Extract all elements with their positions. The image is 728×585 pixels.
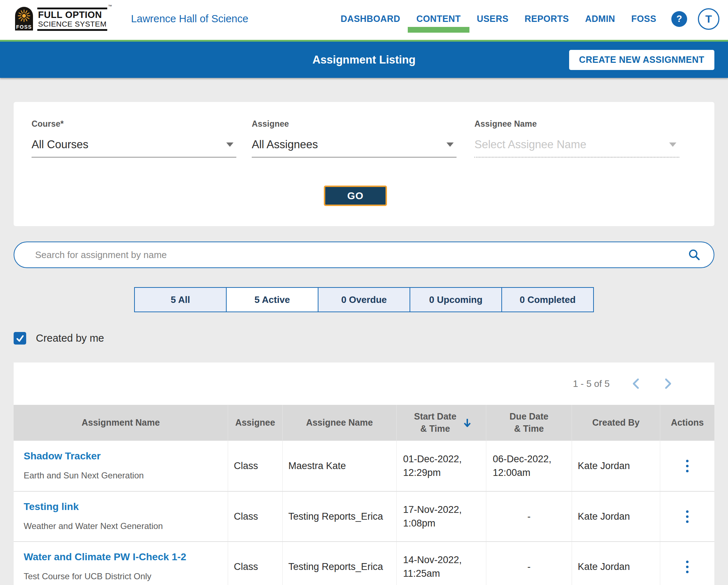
create-new-assignment-button[interactable]: CREATE NEW ASSIGNMENT (569, 50, 714, 70)
chevron-down-icon (669, 142, 676, 147)
assignment-course: Weather and Water Next Generation (24, 519, 163, 533)
course-label: Course* (32, 119, 236, 129)
trademark-symbol: ™ (108, 4, 112, 8)
go-button[interactable]: GO (324, 186, 387, 206)
cell-created-by: Kate Jordan (572, 542, 660, 585)
chevron-down-icon (226, 142, 233, 147)
nav-item-users[interactable]: USERS (477, 14, 509, 24)
column-assignee[interactable]: Assignee (228, 405, 282, 441)
course-filter: Course* All Courses (32, 119, 236, 158)
status-tab-completed[interactable]: 0 Completed (501, 287, 594, 312)
logo-line2: SCIENCE SYSTEM (38, 20, 107, 28)
nav-item-admin[interactable]: ADMIN (585, 14, 615, 24)
table-row: Water and Climate PW I-Check 1-2 Test Co… (14, 541, 714, 585)
assignee-name-placeholder: Select Assignee Name (474, 138, 586, 151)
course-select[interactable]: All Courses (32, 138, 236, 158)
column-created-by[interactable]: Created By (572, 405, 660, 441)
green-divider (0, 40, 728, 42)
cell-created-by: Kate Jordan (572, 492, 660, 541)
table-row: Testing link Weather and Water Next Gene… (14, 491, 714, 541)
cell-assignee: Class (228, 492, 282, 541)
avatar[interactable]: T (698, 8, 719, 30)
row-actions-menu-icon[interactable] (684, 458, 691, 474)
page-title: Assignment Listing (312, 53, 416, 66)
table-header: Assignment Name Assignee Assignee Name S… (14, 405, 714, 441)
assignment-course: Earth and Sun Next Generation (24, 469, 144, 482)
cell-assignee-name: Maestra Kate (282, 441, 396, 491)
table-body: Shadow Tracker Earth and Sun Next Genera… (14, 441, 714, 585)
foss-logo[interactable]: FOSS FULL OPTION SCIENCE SYSTEM ™ (15, 7, 107, 31)
main-nav: DASHBOARDCONTENTUSERSREPORTSADMINFOSS (341, 14, 656, 24)
row-actions-menu-icon[interactable] (684, 508, 691, 525)
cell-start: 14-Nov-2022,11:25am (396, 542, 486, 585)
cell-assignee: Class (228, 441, 282, 491)
title-bar: Assignment Listing CREATE NEW ASSIGNMENT (0, 42, 728, 78)
assignment-link[interactable]: Water and Climate PW I-Check 1-2 (24, 550, 186, 564)
logo-foss-text: FOSS (16, 24, 32, 30)
logo-line1: FULL OPTION (38, 10, 107, 20)
created-by-me-checkbox[interactable] (14, 332, 26, 345)
assignment-table: 1 - 5 of 5 Assignment Name Assignee Assi… (14, 362, 714, 585)
filter-panel: Course* All Courses Assignee All Assigne… (14, 102, 714, 226)
row-actions-menu-icon[interactable] (684, 558, 691, 575)
created-by-me-row: Created by me (14, 332, 714, 345)
cell-assignee-name: Testing Reports_Erica (282, 542, 396, 585)
course-value: All Courses (32, 138, 89, 151)
sunburst-icon (16, 8, 32, 23)
org-name: Lawrence Hall of Science (131, 13, 248, 25)
status-tab-all[interactable]: 5 All (134, 287, 227, 312)
assignment-link[interactable]: Shadow Tracker (24, 449, 101, 463)
logo-wordmark: FULL OPTION SCIENCE SYSTEM ™ (37, 8, 107, 31)
assignment-link[interactable]: Testing link (24, 500, 79, 514)
table-row: Shadow Tracker Earth and Sun Next Genera… (14, 441, 714, 491)
cell-assignee-name: Testing Reports_Erica (282, 492, 396, 541)
assignee-value: All Assignees (252, 138, 318, 151)
cell-due: - (486, 492, 572, 541)
nav-item-dashboard[interactable]: DASHBOARD (341, 14, 400, 24)
status-tab-overdue[interactable]: 0 Overdue (318, 287, 410, 312)
assignee-name-select[interactable]: Select Assignee Name (474, 138, 679, 158)
status-tabs: 5 All5 Active0 Overdue0 Upcoming0 Comple… (0, 287, 728, 312)
status-tab-upcoming[interactable]: 0 Upcoming (410, 287, 502, 312)
assignee-label: Assignee (252, 119, 457, 129)
cell-start: 17-Nov-2022,1:08pm (396, 492, 486, 541)
column-due-date[interactable]: Due Date & Time (486, 405, 572, 441)
cell-assignee: Class (228, 542, 282, 585)
created-by-me-label: Created by me (36, 332, 104, 344)
nav-item-content[interactable]: CONTENT (416, 14, 461, 24)
assignment-search (14, 242, 714, 268)
pagination: 1 - 5 of 5 (14, 362, 714, 405)
status-tab-active[interactable]: 5 Active (226, 287, 318, 312)
assignee-name-label: Assignee Name (474, 119, 679, 129)
cell-start: 01-Dec-2022,12:29pm (396, 441, 486, 491)
assignee-name-filter: Assignee Name Select Assignee Name (474, 119, 679, 158)
chevron-down-icon (446, 142, 454, 147)
assignee-filter: Assignee All Assignees (252, 119, 457, 158)
column-start-date[interactable]: Start Date & Time (396, 405, 486, 441)
column-actions: Actions (660, 405, 714, 441)
checkmark-icon (16, 334, 24, 343)
next-page-icon[interactable] (662, 376, 674, 391)
help-icon[interactable]: ? (671, 11, 687, 27)
sort-desc-icon (463, 417, 471, 428)
previous-page-icon[interactable] (630, 376, 642, 391)
column-assignment-name[interactable]: Assignment Name (14, 405, 228, 441)
nav-item-reports[interactable]: REPORTS (525, 14, 569, 24)
foss-logo-arch: FOSS (15, 7, 33, 31)
assignment-course: Test Course for UCB District Only (24, 570, 151, 583)
nav-item-foss[interactable]: FOSS (631, 14, 656, 24)
cell-created-by: Kate Jordan (572, 441, 660, 491)
assignee-select[interactable]: All Assignees (252, 138, 457, 158)
top-header: FOSS FULL OPTION SCIENCE SYSTEM ™ Lawren… (0, 0, 728, 40)
cell-due: - (486, 542, 572, 585)
column-assignee-name[interactable]: Assignee Name (282, 405, 396, 441)
cell-due: 06-Dec-2022,12:00am (486, 441, 572, 491)
search-icon[interactable] (688, 248, 701, 261)
pagination-range: 1 - 5 of 5 (573, 378, 610, 389)
search-input[interactable] (35, 249, 688, 261)
